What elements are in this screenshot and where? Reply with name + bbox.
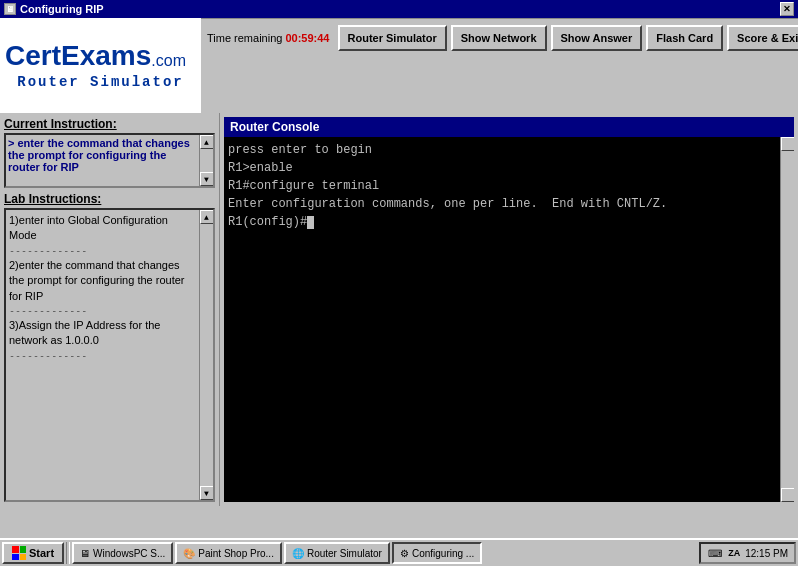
console-lines: press enter to beginR1>enableR1#configur… bbox=[228, 141, 790, 231]
title-bar-title: Configuring RIP bbox=[20, 3, 104, 15]
time-value: 00:59:44 bbox=[285, 32, 329, 44]
current-instruction-text: > enter the command that changes the pro… bbox=[8, 137, 211, 173]
taskbar-item[interactable]: 🎨Paint Shop Pro... bbox=[175, 542, 282, 564]
taskbar-item-icon: ⚙ bbox=[400, 548, 409, 559]
console-title-bar: Router Console bbox=[224, 117, 794, 137]
lab-step: ------------- bbox=[9, 244, 196, 258]
lab-step: ------------- bbox=[9, 349, 196, 363]
taskbar-item-label: Configuring ... bbox=[412, 548, 474, 559]
console-scrollbar: ▲ ▼ bbox=[780, 137, 794, 502]
lab-instructions-heading: Lab Instructions: bbox=[4, 192, 215, 206]
taskbar-item[interactable]: 🖥WindowsPC S... bbox=[72, 542, 173, 564]
start-button[interactable]: Start bbox=[2, 542, 64, 564]
console-line: press enter to begin bbox=[228, 141, 790, 159]
console-scroll-down[interactable]: ▼ bbox=[781, 488, 795, 502]
system-clock: 12:15 PM bbox=[745, 548, 788, 559]
current-instruction-heading: Current Instruction: bbox=[4, 117, 215, 131]
current-instruction-box: > enter the command that changes the pro… bbox=[4, 133, 215, 188]
taskbar-item-icon: 🖥 bbox=[80, 548, 90, 559]
lab-step: 1)enter into Global Configuration Mode bbox=[9, 213, 196, 244]
system-tray: ⌨ ZA 12:15 PM bbox=[699, 542, 796, 564]
main-content: Current Instruction: > enter the command… bbox=[0, 113, 798, 506]
lab-scroll-down-arrow[interactable]: ▼ bbox=[200, 486, 214, 500]
tray-icon-keyboard: ⌨ bbox=[707, 545, 723, 561]
title-bar: 🖥 Configuring RIP ✕ bbox=[0, 0, 798, 18]
router-simulator-button[interactable]: Router Simulator bbox=[338, 25, 447, 51]
taskbar-item[interactable]: ⚙Configuring ... bbox=[392, 542, 482, 564]
logo-com: .com bbox=[151, 52, 186, 70]
windows-logo bbox=[12, 546, 26, 560]
lab-scroll-up-arrow[interactable]: ▲ bbox=[200, 210, 214, 224]
lab-step: ------------- bbox=[9, 304, 196, 318]
lab-instructions-box: 1)enter into Global Configuration Mode--… bbox=[4, 208, 215, 502]
header: CertExams .com Router Simulator Time rem… bbox=[0, 18, 798, 113]
taskbar: Start 🖥WindowsPC S...🎨Paint Shop Pro...🌐… bbox=[0, 538, 798, 566]
scroll-down-arrow[interactable]: ▼ bbox=[200, 172, 214, 186]
console-scroll-up[interactable]: ▲ bbox=[781, 137, 795, 151]
flash-card-button[interactable]: Flash Card bbox=[646, 25, 723, 51]
close-button[interactable]: ✕ bbox=[780, 2, 794, 16]
score-exit-button[interactable]: Score & Exit bbox=[727, 25, 798, 51]
taskbar-separator-1 bbox=[66, 542, 70, 564]
lab-step: 2)enter the command that changes the pro… bbox=[9, 258, 196, 304]
console-title: Router Console bbox=[230, 120, 319, 134]
tray-icon-za: ZA bbox=[726, 545, 742, 561]
console-line: R1(config)# bbox=[228, 213, 790, 231]
show-answer-button[interactable]: Show Answer bbox=[551, 25, 643, 51]
lab-instructions-text: 1)enter into Global Configuration Mode--… bbox=[9, 213, 210, 363]
title-bar-icon: 🖥 bbox=[4, 3, 16, 15]
title-bar-left: 🖥 Configuring RIP bbox=[4, 3, 104, 15]
current-instruction-scrollbar: ▲ ▼ bbox=[199, 135, 213, 186]
taskbar-item[interactable]: 🌐Router Simulator bbox=[284, 542, 390, 564]
time-label: Time remaining 00:59:44 bbox=[207, 32, 330, 44]
right-panel: Router Console press enter to beginR1>en… bbox=[220, 113, 798, 506]
console-area[interactable]: press enter to beginR1>enableR1#configur… bbox=[224, 137, 794, 502]
taskbar-item-icon: 🌐 bbox=[292, 548, 304, 559]
taskbar-item-icon: 🎨 bbox=[183, 548, 195, 559]
taskbar-item-label: Paint Shop Pro... bbox=[198, 548, 274, 559]
logo-cert: CertExams bbox=[5, 42, 151, 70]
logo-subtitle: Router Simulator bbox=[17, 74, 183, 90]
show-network-button[interactable]: Show Network bbox=[451, 25, 547, 51]
scroll-up-arrow[interactable]: ▲ bbox=[200, 135, 214, 149]
left-panel: Current Instruction: > enter the command… bbox=[0, 113, 220, 506]
lab-instructions-scrollbar: ▲ ▼ bbox=[199, 210, 213, 500]
toolbar: Time remaining 00:59:44 Router Simulator… bbox=[201, 18, 798, 56]
lab-step: 3)Assign the IP Address for the network … bbox=[9, 318, 196, 349]
taskbar-items: 🖥WindowsPC S...🎨Paint Shop Pro...🌐Router… bbox=[72, 542, 697, 564]
console-line: R1#configure terminal bbox=[228, 177, 790, 195]
console-line: Enter configuration commands, one per li… bbox=[228, 195, 790, 213]
logo-area: CertExams .com Router Simulator bbox=[0, 18, 201, 113]
taskbar-item-label: WindowsPC S... bbox=[93, 548, 165, 559]
taskbar-item-label: Router Simulator bbox=[307, 548, 382, 559]
console-line: R1>enable bbox=[228, 159, 790, 177]
console-cursor bbox=[307, 216, 314, 229]
